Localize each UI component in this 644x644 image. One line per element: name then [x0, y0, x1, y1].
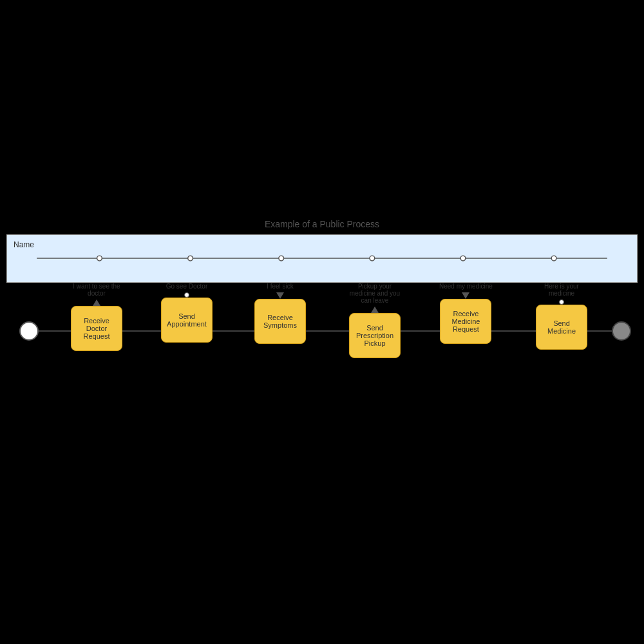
- receive-medicine-message: Need my medicine: [439, 283, 493, 290]
- arrow-up-receive-doctor: [93, 299, 100, 306]
- receive-symptoms-node: I feel sick Receive Symptoms: [254, 283, 306, 344]
- send-appointment-dot: [184, 292, 189, 298]
- start-event: [19, 321, 39, 341]
- receive-doctor-node: I want to see the doctor Receive Doctor …: [68, 283, 126, 351]
- svg-point-1: [97, 256, 102, 261]
- send-appointment-task[interactable]: Send Appointment: [161, 298, 213, 343]
- receive-doctor-task[interactable]: Receive Doctor Request: [71, 306, 122, 351]
- end-event: [612, 321, 631, 341]
- receive-doctor-message: I want to see the doctor: [68, 283, 126, 297]
- svg-point-2: [188, 256, 193, 261]
- svg-point-6: [551, 256, 556, 261]
- send-prescription-task[interactable]: Send Prescription Pickup: [349, 313, 401, 358]
- arrow-up-prescription: [371, 307, 379, 313]
- start-circle: [19, 321, 39, 341]
- send-medicine-message: Here is your medicine: [533, 283, 591, 297]
- flow-area: I want to see the doctor Receive Doctor …: [6, 283, 638, 386]
- arrow-down-symptoms: [276, 292, 284, 299]
- send-appointment-message: Go see Doctor: [166, 283, 207, 290]
- diagram-area: Example of a Public Process Name: [6, 219, 638, 386]
- send-medicine-task[interactable]: Send Medicine: [536, 305, 587, 350]
- receive-medicine-task[interactable]: Receive Medicine Request: [440, 299, 491, 344]
- send-appointment-node: Go see Doctor Send Appointment: [161, 283, 213, 343]
- svg-point-4: [370, 256, 375, 261]
- swim-lane-label: Name: [14, 240, 34, 249]
- svg-point-5: [460, 256, 466, 261]
- send-medicine-dot: [559, 299, 564, 305]
- send-prescription-node: Pickup your medicine and you can leave S…: [346, 283, 404, 358]
- send-prescription-message: Pickup your medicine and you can leave: [346, 283, 404, 304]
- diagram-title: Example of a Public Process: [6, 219, 638, 229]
- send-medicine-node: Here is your medicine Send Medicine: [533, 283, 591, 350]
- end-circle: [612, 321, 631, 341]
- receive-symptoms-message: I feel sick: [267, 283, 294, 290]
- receive-symptoms-task[interactable]: Receive Symptoms: [254, 299, 306, 344]
- receive-medicine-node: Need my medicine Receive Medicine Reques…: [439, 283, 493, 344]
- swim-lane: Name: [6, 234, 638, 283]
- svg-point-3: [279, 256, 284, 261]
- arrow-down-medicine: [462, 292, 469, 299]
